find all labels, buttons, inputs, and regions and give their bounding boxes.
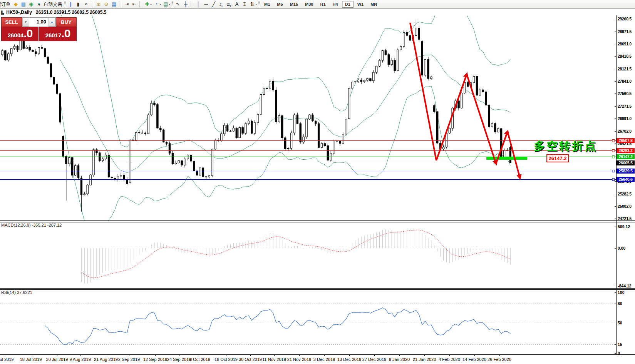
candle-body <box>242 128 243 134</box>
candle-body <box>318 124 319 147</box>
candle-body <box>233 128 234 131</box>
candle-body <box>77 165 79 178</box>
candle-body <box>160 128 161 130</box>
candle-body <box>72 158 73 175</box>
chart-window-icon: ▙ <box>1 11 4 15</box>
candle-body <box>126 179 128 184</box>
candles-layer <box>2 19 511 212</box>
candle-body <box>80 178 82 195</box>
support-price-label: 26147.2 <box>546 154 569 162</box>
bollinger-upper <box>60 0 510 147</box>
candle-body <box>424 60 426 75</box>
candle-body <box>199 168 201 175</box>
candle-body <box>196 171 198 175</box>
sell-button[interactable]: SELL <box>1 17 22 27</box>
candle-body <box>461 93 462 108</box>
buy-price[interactable]: 26017.0 <box>39 27 76 41</box>
candle-body <box>385 50 386 54</box>
candle-body <box>202 168 204 177</box>
candle-body <box>144 133 146 134</box>
candle-body <box>403 32 405 46</box>
candle-body <box>151 103 152 115</box>
candle-body <box>111 177 112 178</box>
candle-body <box>224 125 225 134</box>
buy-button[interactable]: BUY <box>56 17 77 27</box>
candle-body <box>20 41 21 50</box>
candle-body <box>376 66 377 72</box>
candle-body <box>35 52 37 54</box>
candle-body <box>498 129 499 132</box>
volume-input[interactable]: 1.00 <box>29 18 49 27</box>
candle-body <box>266 88 268 88</box>
candle-body <box>230 131 231 132</box>
candle-body <box>285 138 286 149</box>
candle-body <box>367 78 368 80</box>
turning-point-annotation: 多空转折点 <box>534 139 597 154</box>
candle-body <box>178 161 179 163</box>
candle-body <box>357 80 359 82</box>
chart-symbol-period: HK50-,Daily <box>6 10 32 15</box>
candle-body <box>138 132 140 133</box>
candle-body <box>169 144 170 153</box>
candle-body <box>491 124 493 127</box>
candle-body <box>394 60 395 71</box>
candle-body <box>306 119 307 137</box>
candle-body <box>269 81 271 88</box>
line-anchor <box>612 156 615 158</box>
candle-body <box>297 115 298 124</box>
candle-body <box>254 123 256 134</box>
candle-body <box>226 125 228 131</box>
candle-body <box>193 161 195 171</box>
candle-body <box>388 55 389 65</box>
macd-values: -355.21 -287.12 <box>32 223 62 227</box>
support-highlight-bar <box>486 157 527 160</box>
candle-body <box>239 128 240 138</box>
candle-body <box>303 137 304 142</box>
candle-body <box>132 140 134 140</box>
candle-body <box>370 78 371 81</box>
candle-body <box>62 137 64 157</box>
candle-body <box>360 80 362 82</box>
volume-decrease-button[interactable]: ▼ <box>22 18 29 27</box>
line-anchor <box>612 179 615 181</box>
candle-body <box>2 51 3 55</box>
candle-body <box>65 156 67 164</box>
volume-box: ▼ 1.00 ▲ <box>22 17 56 27</box>
candle-body <box>421 42 423 75</box>
chart-surface[interactable] <box>0 0 635 364</box>
candle-body <box>163 130 164 142</box>
candle-body <box>482 90 484 92</box>
candle-body <box>23 41 24 48</box>
candle-body <box>211 149 213 176</box>
candle-body <box>129 140 131 182</box>
candle-body <box>44 48 45 57</box>
macd-pane <box>81 229 510 284</box>
bollinger-middle <box>60 55 510 173</box>
candle-body <box>13 46 15 48</box>
main-pane <box>2 0 511 234</box>
candle-body <box>287 149 289 149</box>
trend-zigzag-segment <box>410 23 436 160</box>
candle-body <box>281 116 283 138</box>
candle-body <box>479 90 481 95</box>
candle-body <box>434 105 435 112</box>
chart-title: ▙ HK50-,Daily 26351.0 26391.5 26002.5 26… <box>1 10 107 15</box>
candle-body <box>11 48 12 54</box>
candle-body <box>442 147 444 149</box>
candle-body <box>503 150 505 157</box>
line-anchor <box>612 170 615 172</box>
trend-zigzag-segment <box>436 74 467 160</box>
candle-body <box>260 94 261 114</box>
candle-body <box>400 46 402 50</box>
candle-body <box>464 82 466 93</box>
candle-body <box>494 124 496 132</box>
trend-zigzag-segment <box>467 74 496 164</box>
candle-body <box>32 50 34 52</box>
candle-body <box>415 28 417 35</box>
candle-body <box>90 175 91 185</box>
candle-body <box>141 133 143 133</box>
candle-body <box>312 115 313 121</box>
volume-increase-button[interactable]: ▲ <box>49 18 55 27</box>
rsi-line <box>45 308 511 345</box>
sell-price[interactable]: 26004.0 <box>2 27 39 41</box>
